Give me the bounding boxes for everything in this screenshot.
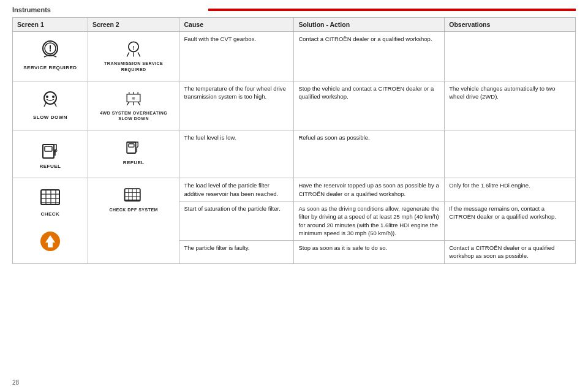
observations-cell: The vehicle changes automatically to two… [445, 81, 576, 130]
svg-rect-13 [129, 144, 134, 147]
solution-cell: Stop the vehicle and contact a CITROËN d… [294, 81, 445, 130]
svg-text:!: ! [133, 45, 135, 51]
screen2-label-check: CHECK DPF SYSTEM [109, 207, 158, 213]
screen2-label: REFUEL [123, 159, 145, 166]
slow-down-icon [38, 89, 62, 111]
solution-cell: Contact a CITROËN dealer or a qualified … [294, 32, 445, 81]
col-header-cause: Cause [179, 18, 294, 32]
observations-cell [445, 32, 576, 81]
check-icon-cell: CHECK [17, 181, 83, 258]
screen1-cell: SLOW DOWN [13, 81, 88, 130]
observations-cell-2: If the message remains on, contact a CIT… [445, 201, 576, 240]
solution-cell-3: Stop as soon as it is safe to do so. [294, 241, 445, 264]
check-dpf-icon [123, 186, 145, 205]
cause-cell: The temperature of the four wheel drive … [179, 81, 294, 130]
col-header-observations: Observations [445, 18, 576, 32]
screen2-cell: REFUEL [88, 130, 179, 178]
check-icon [38, 186, 62, 208]
observations-cell [445, 130, 576, 178]
solution-cell-1: Have the reservoir topped up as soon as … [294, 178, 445, 202]
screen1-label: SLOW DOWN [33, 114, 67, 121]
screen1-cell: REFUEL [13, 130, 88, 178]
screen2-label: 4WD SYSTEM OVERHEATING SLOW DOWN [95, 110, 173, 123]
svg-text:!: ! [49, 43, 52, 53]
page-header: Instruments [12, 6, 576, 13]
table-row: ! SERVICE REQUIRED ! TR [13, 32, 576, 81]
screen2-cell: ! TRANSMISSION SERVICE REQUIRED [88, 32, 179, 81]
arrow-down-indicator [39, 230, 61, 254]
screen2-cell: ≋ 4WD SYSTEM OVERHEATING SLOW DOWN [88, 81, 179, 130]
refuel-icon-cell-2: REFUEL [92, 134, 175, 171]
service-required-icon: ! [38, 40, 62, 62]
solution-cell: Refuel as soon as possible. [294, 130, 445, 178]
4wd-overheating-icon-cell: ≋ 4WD SYSTEM OVERHEATING SLOW DOWN [92, 85, 175, 127]
table-row: SLOW DOWN ≋ 4WD SYSTEM OVERHEATING SLOW … [13, 81, 576, 130]
screen1-label: REFUEL [39, 163, 61, 170]
svg-rect-10 [45, 146, 52, 151]
check-dpf-icon-cell: CHECK DPF SYSTEM [92, 181, 175, 218]
instruments-table: Screen 1 Screen 2 Cause Solution - Actio… [12, 17, 576, 264]
slow-down-icon-cell: SLOW DOWN [17, 85, 83, 126]
observations-cell-3: Contact a CITROËN dealer or a qualified … [445, 241, 576, 264]
section-title: Instruments [12, 6, 208, 13]
refuel-icon-1 [38, 138, 62, 160]
col-header-screen1: Screen 1 [13, 18, 88, 32]
cause-cell-2: Start of saturation of the particle filt… [179, 201, 294, 240]
screen1-label: SERVICE REQUIRED [23, 64, 77, 71]
observations-cell-1: Only for the 1.6litre HDi engine. [445, 178, 576, 202]
page: Instruments Screen 1 Screen 2 Cause Solu… [0, 0, 588, 392]
screen2-cell-check: CHECK DPF SYSTEM [88, 178, 179, 263]
refuel-icon-2 [123, 138, 145, 157]
col-header-screen2: Screen 2 [88, 18, 179, 32]
svg-point-6 [46, 96, 48, 98]
cause-cell: The fuel level is low. [179, 130, 294, 178]
page-number: 28 [12, 379, 19, 386]
table-row: CHECK [13, 178, 576, 202]
col-header-solution: Solution - Action [294, 18, 445, 32]
svg-rect-14 [41, 190, 59, 205]
screen1-cell-check: CHECK [13, 178, 88, 263]
screen1-cell: ! SERVICE REQUIRED [13, 32, 88, 81]
svg-text:≋: ≋ [132, 95, 135, 100]
header-accent-bar [208, 9, 576, 11]
arrow-icon [39, 230, 61, 252]
table-row: REFUEL REFUEL The fuel level is low. Ref… [13, 130, 576, 178]
transmission-service-icon: ! [123, 40, 145, 58]
cause-cell-3: The particle filter is faulty. [179, 241, 294, 264]
refuel-icon-cell-1: REFUEL [17, 134, 83, 175]
4wd-overheating-icon: ≋ [123, 89, 145, 108]
solution-cell-2: As soon as the driving conditions allow,… [294, 201, 445, 240]
table-header-row: Screen 1 Screen 2 Cause Solution - Actio… [13, 18, 576, 32]
screen2-label: TRANSMISSION SERVICE REQUIRED [95, 61, 173, 73]
transmission-icon-cell: ! TRANSMISSION SERVICE REQUIRED [92, 35, 175, 78]
check-label: CHECK [40, 211, 59, 217]
svg-point-7 [52, 96, 55, 98]
cause-cell-1: The load level of the particle filter ad… [179, 178, 294, 202]
service-required-icon-cell: ! SERVICE REQUIRED [17, 35, 83, 76]
cause-cell: Fault with the CVT gearbox. [179, 32, 294, 81]
